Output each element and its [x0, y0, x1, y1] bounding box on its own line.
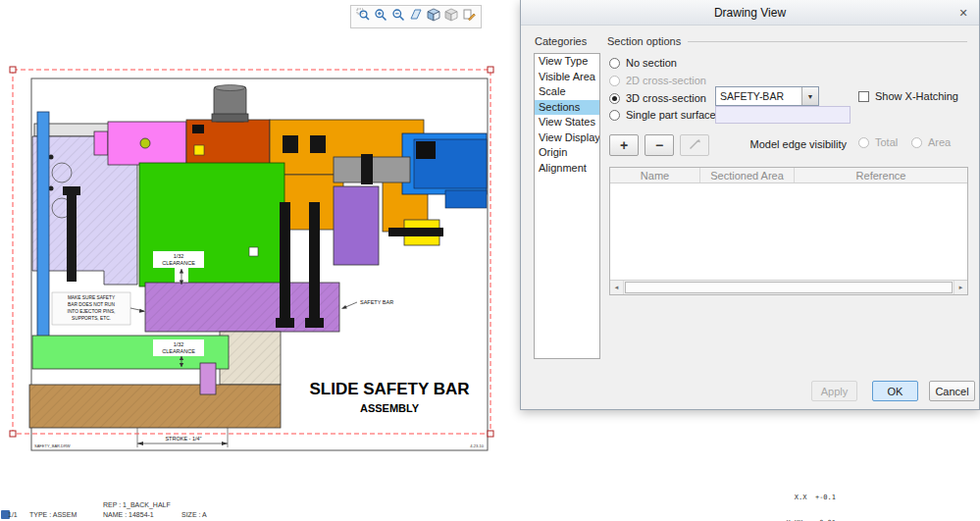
scroll-right-icon[interactable]: ►: [954, 281, 967, 294]
area-label: Area: [928, 136, 951, 148]
category-view-states[interactable]: View States: [535, 115, 599, 130]
note-line2: BAR DOES NOT RUN: [68, 302, 115, 307]
status-page: 1/1: [8, 511, 18, 518]
status-rep: REP : 1_BACK_HALF: [103, 501, 171, 508]
add-section-button[interactable]: +: [609, 134, 639, 156]
chevron-down-icon[interactable]: ▼: [801, 87, 818, 105]
remove-section-button[interactable]: −: [645, 134, 674, 156]
single-part-surface-input[interactable]: [715, 106, 851, 124]
show-xhatching-label: Show X-Hatching: [875, 90, 958, 102]
radio-single-part-surface[interactable]: Single part surface: [609, 108, 716, 122]
category-visible-area[interactable]: Visible Area: [535, 70, 599, 85]
single-part-surface-radio-icon: [609, 110, 620, 121]
total-radio-icon: [858, 137, 869, 148]
close-icon[interactable]: ✕: [955, 5, 971, 21]
view-handle-top-left[interactable]: [10, 67, 16, 73]
part-blue-rail[interactable]: [37, 112, 49, 347]
2d-cross-section-label: 2D cross-section: [626, 75, 706, 86]
show-xhatching-checkbox[interactable]: [858, 91, 869, 102]
view-handle-top-right[interactable]: [488, 67, 493, 73]
drawing-sheet[interactable]: 1/32 CLEARANCE 1/32 CLEARANCE MAKE SURE …: [8, 63, 503, 465]
part-plum-pin[interactable]: [200, 363, 216, 394]
zoom-in-icon: [374, 8, 387, 26]
repaint-icon: [409, 8, 423, 26]
part-purple-pillar[interactable]: [334, 186, 379, 265]
assembly-drawing-view[interactable]: 1/32 CLEARANCE 1/32 CLEARANCE MAKE SURE …: [8, 63, 503, 465]
update-sheet-button[interactable]: [461, 8, 477, 26]
tolerance-line-1: X.X +-0.1: [753, 494, 836, 502]
column-header-name[interactable]: Name: [610, 168, 700, 182]
repaint-button[interactable]: [408, 8, 424, 26]
apply-button[interactable]: Apply: [811, 381, 857, 401]
no-section-label: No section: [626, 57, 677, 69]
clearance-bottom-line1: 1/32: [174, 341, 184, 347]
status-name: NAME : 14854-1: [103, 511, 154, 518]
category-view-display[interactable]: View Display: [535, 130, 599, 146]
radio-3d-cross-section[interactable]: 3D cross-section: [609, 91, 706, 105]
area-radio-icon: [911, 137, 922, 148]
drawing-view-dialog: Drawing View ✕ Categories Section option…: [520, 0, 980, 410]
part-pink-block[interactable]: [94, 122, 186, 165]
clearance-bottom-line2: CLEARANCE: [162, 348, 195, 354]
categories-list: View Type Visible Area Scale Sections Vi…: [534, 53, 600, 359]
category-sections[interactable]: Sections: [535, 100, 599, 116]
part-gray-cylinder[interactable]: [212, 85, 248, 123]
radio-2d-cross-section: 2D cross-section: [609, 74, 706, 87]
category-alignment[interactable]: Alignment: [535, 161, 599, 177]
table-horizontal-scrollbar: ◄ ►: [610, 280, 967, 294]
clearance-top-line2: CLEARANCE: [162, 260, 195, 266]
model-edge-visibility-label: Model edge visibility: [717, 138, 847, 150]
sections-table-header: Name Sectioned Area Reference: [610, 168, 967, 183]
note-line4: SUPPORTS, ETC.: [72, 316, 111, 321]
stroke-dim-text: STROKE - 1/4": [165, 436, 201, 442]
status-size: SIZE : A: [181, 511, 207, 518]
scrollbar-thumb[interactable]: [625, 282, 953, 293]
scroll-left-icon[interactable]: ◄: [610, 281, 624, 294]
clearance-top-line1: 1/32: [174, 253, 184, 259]
cancel-button[interactable]: Cancel: [929, 381, 975, 401]
view-toolbar: [350, 5, 482, 28]
dialog-titlebar[interactable]: Drawing View ✕: [521, 0, 979, 26]
drawing-file-note: SAFETY_BAR.DRW: [34, 443, 71, 448]
zoom-out-icon: [391, 8, 405, 26]
layers-button[interactable]: [443, 8, 459, 26]
saved-views-cube-icon: [427, 8, 440, 26]
single-part-surface-label: Single part surface: [626, 109, 716, 121]
no-section-radio-icon: [609, 58, 620, 69]
radio-area: Area: [911, 136, 951, 148]
safety-bar-label-text: SAFETY BAR: [360, 299, 393, 305]
3d-cross-section-radio-icon: [609, 93, 620, 104]
zoom-out-button[interactable]: [390, 8, 406, 26]
category-view-type[interactable]: View Type: [535, 54, 599, 70]
category-origin[interactable]: Origin: [535, 145, 599, 161]
dialog-title: Drawing View: [714, 6, 786, 20]
exclude-icon: [688, 137, 701, 154]
column-header-sectioned-area[interactable]: Sectioned Area: [700, 168, 795, 182]
column-header-reference[interactable]: Reference: [795, 168, 967, 182]
note-line3: INTO EJECTOR PINS,: [68, 309, 116, 314]
zoom-in-button[interactable]: [373, 8, 388, 26]
update-sheet-icon: [462, 8, 476, 26]
radio-no-section[interactable]: No section: [609, 56, 677, 70]
view-handle-bottom-right[interactable]: [488, 431, 493, 437]
view-handle-bottom-left[interactable]: [10, 431, 16, 437]
drawing-title-line1: SLIDE SAFETY BAR: [309, 380, 469, 398]
radio-total: Total: [858, 136, 898, 148]
2d-cross-section-radio-icon: [609, 76, 620, 86]
part-base-plate[interactable]: [29, 385, 281, 428]
sections-table: Name Sectioned Area Reference ◄ ►: [609, 167, 968, 295]
cross-section-dropdown[interactable]: SAFETY-BAR ▼: [715, 86, 819, 106]
zoom-region-button[interactable]: [355, 8, 371, 26]
ok-button[interactable]: OK: [872, 381, 918, 401]
show-xhatching-checkbox-row[interactable]: Show X-Hatching: [858, 90, 958, 102]
part-dark-orange-block[interactable]: [186, 120, 270, 167]
category-scale[interactable]: Scale: [535, 84, 599, 100]
total-label: Total: [875, 136, 898, 148]
part-green-block[interactable]: [139, 163, 284, 287]
categories-label: Categories: [535, 35, 587, 47]
saved-views-button[interactable]: [426, 8, 441, 26]
exclude-section-button[interactable]: [680, 134, 709, 156]
part-piston-rod[interactable]: [334, 154, 410, 184]
cross-section-dropdown-value: SAFETY-BAR: [716, 87, 801, 105]
sections-table-body[interactable]: [610, 183, 967, 280]
